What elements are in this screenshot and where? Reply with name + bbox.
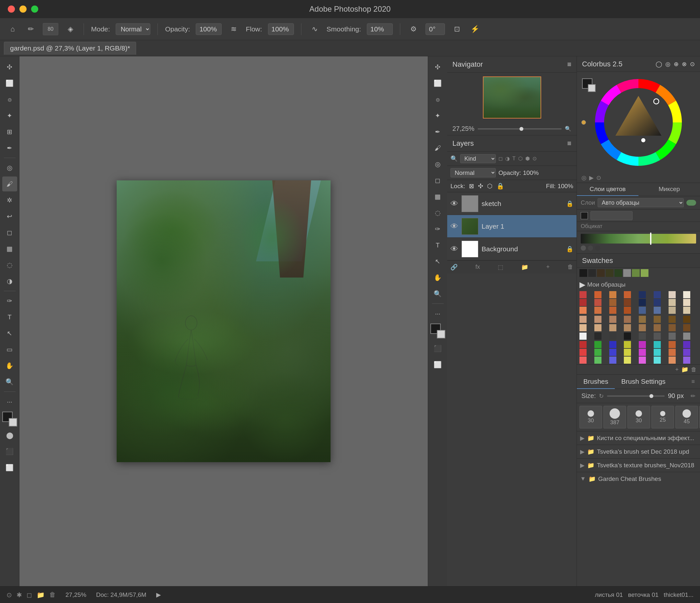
sw-lc8[interactable] — [683, 333, 690, 340]
sw-r2c7[interactable] — [669, 299, 676, 306]
color-wheel-svg[interactable] — [593, 77, 684, 168]
sw-lc4[interactable] — [624, 333, 631, 340]
sw-lc2[interactable] — [594, 333, 601, 340]
pressure-icon[interactable]: ⊡ — [451, 23, 463, 35]
brush-group-special[interactable]: ▶ 📁 Кисти со специальными эффект... — [577, 431, 700, 445]
sw-e1c3[interactable] — [609, 316, 617, 323]
sw-e2c4[interactable] — [624, 324, 631, 331]
sw-cf2-4[interactable] — [624, 349, 631, 356]
right-bg-color[interactable] — [437, 330, 445, 338]
sw-r1c5[interactable] — [639, 291, 646, 298]
mode-select[interactable]: Normal — [116, 23, 150, 35]
zoom-tool[interactable]: 🔍 — [2, 374, 17, 389]
shape-filter-icon[interactable]: ⬡ — [518, 155, 523, 162]
layers-header-icons[interactable]: ≡ — [567, 139, 571, 148]
brush-preset-4[interactable]: 25 — [651, 406, 674, 428]
right-heal[interactable]: ◎ — [430, 157, 445, 172]
brush-group-garden[interactable]: ▼ 📁 Garden Cheat Brushes — [577, 472, 700, 486]
blend-mode-select[interactable]: Normal — [450, 168, 496, 178]
right-eyedropper[interactable]: ✒ — [430, 124, 445, 139]
clone-stamp[interactable]: ✲ — [2, 193, 17, 208]
swatch-gray[interactable] — [623, 269, 631, 277]
quick-mask[interactable]: ⬤ — [2, 428, 17, 443]
right-hand[interactable]: ✋ — [430, 270, 445, 285]
sw-r2c8[interactable] — [683, 299, 690, 306]
extra-tools[interactable]: ··· — [2, 394, 17, 409]
smoothing-value[interactable]: 10% — [367, 23, 393, 35]
fill-value[interactable]: 100% — [557, 183, 573, 190]
type-tool[interactable]: T — [2, 310, 17, 324]
right-select[interactable]: ⬜ — [430, 76, 445, 91]
sw-e2c2[interactable] — [594, 324, 601, 331]
home-icon[interactable]: ⌂ — [6, 23, 19, 35]
new-group-icon[interactable]: 📁 — [521, 264, 528, 271]
right-move[interactable]: ✣ — [430, 59, 445, 75]
opacity-value[interactable]: 100% — [196, 23, 222, 35]
sw-cf2-1[interactable] — [579, 349, 586, 356]
mixer-dot-2[interactable] — [588, 245, 593, 251]
sw-cf2-2[interactable] — [594, 349, 601, 356]
brush-group-tsvetka-dec[interactable]: ▶ 📁 Tsvetka's brush set Dec 2018 upd — [577, 445, 700, 458]
sw-cf3-7[interactable] — [669, 357, 676, 364]
sw-r2c5[interactable] — [639, 299, 646, 306]
colorbus-icon-5[interactable]: ⊙ — [690, 60, 695, 68]
right-erase[interactable]: ◻ — [430, 173, 445, 188]
status-icon-4[interactable]: 📁 — [36, 591, 45, 599]
sw-cf5[interactable] — [639, 341, 646, 348]
settings-icon[interactable]: ⚙ — [407, 23, 420, 35]
nav-zoom-slider[interactable] — [478, 128, 561, 130]
right-gradient[interactable]: ▦ — [430, 189, 445, 204]
navigator-icons[interactable]: ≡ — [567, 60, 571, 69]
sw-lc3[interactable] — [609, 333, 617, 340]
sw-cf2-7[interactable] — [669, 349, 676, 356]
add-mask-icon[interactable]: ⬚ — [498, 264, 503, 271]
eraser-tool[interactable]: ◻ — [2, 225, 17, 240]
swatch-darkbrown[interactable] — [597, 269, 605, 277]
right-lasso[interactable]: ⌾ — [430, 92, 445, 107]
lock-position-icon[interactable]: ✣ — [478, 182, 483, 190]
sw-e2c1[interactable] — [579, 324, 586, 331]
brush-preset-2[interactable]: 387 — [603, 406, 626, 428]
layer-row-sketch[interactable]: 👁 sketch 🔒 — [447, 192, 577, 215]
maximize-button[interactable] — [31, 5, 38, 12]
sw-r2c6[interactable] — [654, 299, 661, 306]
colorbus-icon-2[interactable]: ◎ — [665, 60, 671, 68]
layer-row-layer1[interactable]: 👁 Layer 1 — [447, 215, 577, 238]
mixer-dot-1[interactable] — [581, 245, 586, 251]
sw-e1c4[interactable] — [624, 316, 631, 323]
status-icon-5[interactable]: 🗑 — [49, 591, 56, 599]
sw-cf2-5[interactable] — [639, 349, 646, 356]
right-zoom[interactable]: 🔍 — [430, 286, 445, 301]
rectangular-marquee[interactable]: ⬜ — [2, 76, 17, 91]
layer-row-background[interactable]: 👁 Background 🔒 — [447, 238, 577, 260]
sw-lc1[interactable] — [579, 333, 586, 340]
sw-r2c1[interactable] — [579, 299, 586, 306]
sw-cf3-1[interactable] — [579, 357, 586, 364]
background-color[interactable] — [9, 418, 17, 426]
new-layer-icon[interactable]: + — [546, 264, 550, 270]
sw-e1c2[interactable] — [594, 316, 601, 323]
swatch-delete-icon[interactable]: 🗑 — [691, 366, 697, 373]
brush-refresh-icon[interactable]: ↻ — [599, 393, 604, 400]
sw-e1c5[interactable] — [639, 316, 646, 323]
sw-cf3-5[interactable] — [639, 357, 646, 364]
visibility-background[interactable]: 👁 — [450, 245, 458, 253]
colorbus-toggle[interactable] — [686, 200, 696, 206]
right-wand[interactable]: ✦ — [430, 108, 445, 123]
sw-r3c7[interactable] — [669, 307, 676, 314]
layers-menu-icon[interactable]: ≡ — [567, 139, 571, 148]
frame-mode[interactable]: ⬜ — [2, 460, 17, 475]
window-controls[interactable] — [8, 5, 38, 12]
move-tool[interactable]: ✣ — [2, 59, 17, 75]
sw-cf3-3[interactable] — [609, 357, 617, 364]
tab-brushes[interactable]: Brushes — [577, 375, 615, 389]
sw-r3c8[interactable] — [683, 307, 690, 314]
sw-r1c6[interactable] — [654, 291, 661, 298]
sw-cf3-8[interactable] — [683, 357, 690, 364]
colorbus-ctrl-3[interactable]: ⊙ — [596, 174, 601, 181]
artboard-filter-icon[interactable]: ⬢ — [525, 155, 530, 162]
swatch-olive[interactable] — [632, 269, 640, 277]
brush-size-slider[interactable] — [607, 395, 665, 397]
link-layers-icon[interactable]: 🔗 — [450, 264, 457, 271]
right-color-area[interactable] — [430, 323, 445, 338]
